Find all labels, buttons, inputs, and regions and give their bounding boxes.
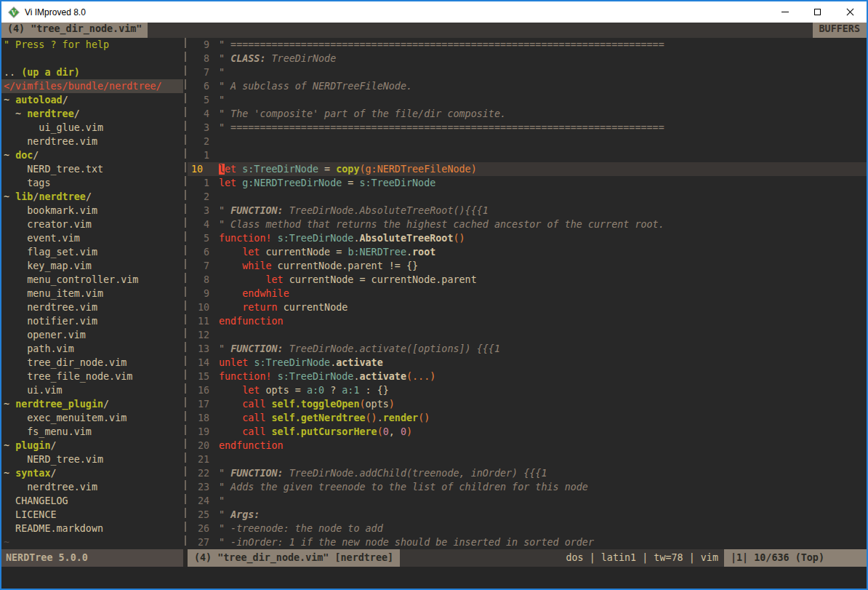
code-row[interactable]: 5function! s:TreeDirNode.AbsoluteTreeRoo… — [188, 231, 867, 245]
code-row[interactable]: 3" FUNCTION: TreeDirNode.AbsoluteTreeRoo… — [188, 204, 867, 218]
code-segment: call — [242, 399, 265, 410]
tree-row[interactable]: menu_controller.vim — [1, 273, 183, 287]
maximize-button[interactable] — [801, 1, 834, 23]
code-row[interactable]: 11endfunction — [188, 314, 867, 328]
code-row[interactable]: 26" -treenode: the node to add — [188, 522, 867, 535]
code-row[interactable]: 27" -inOrder: 1 if the new node should b… — [188, 535, 867, 549]
code-row[interactable]: 7 while currentNode.parent != {} — [188, 259, 867, 273]
code-row[interactable]: 4" Class method that returns the highest… — [188, 218, 867, 231]
code-row[interactable]: 25" Args: — [188, 508, 867, 522]
tree-row[interactable]: ~ plugin/ — [1, 439, 183, 453]
code-row[interactable]: 7" — [188, 65, 867, 79]
code-segment: FUNCTION: — [230, 205, 289, 216]
tab-tree-dir-node[interactable]: (4) "tree_dir_node.vim" — [1, 23, 148, 38]
tree-row[interactable]: ui.vim — [1, 383, 183, 397]
tree-row[interactable]: notifier.vim — [1, 314, 183, 328]
vim-content: " Press ? for help.. (up a dir)</vimfile… — [1, 38, 867, 549]
tree-row[interactable]: tree_file_node.vim — [1, 370, 183, 383]
tree-row[interactable]: README.markdown — [1, 522, 183, 535]
tree-row[interactable]: tags — [1, 176, 183, 190]
code-row[interactable]: 22" FUNCTION: TreeDirNode.addChild(treen… — [188, 466, 867, 480]
code-row[interactable]: 2 — [188, 190, 867, 204]
code-row[interactable]: 4" The 'composite' part of the file/dir … — [188, 107, 867, 121]
code-row[interactable]: 14unlet s:TreeDirNode.activate — [188, 356, 867, 370]
code-segment: " — [219, 53, 230, 64]
code-row[interactable]: 8 let currentNode = currentNode.parent — [188, 273, 867, 287]
code-segment — [272, 371, 278, 382]
tree-row[interactable]: </vimfiles/bundle/nerdtree/ — [1, 79, 183, 93]
code-row[interactable]: 9 endwhile — [188, 287, 867, 300]
code-row[interactable]: 1let g:NERDTreeDirNode = s:TreeDirNode — [188, 176, 867, 190]
code-segment: let — [219, 178, 236, 188]
tree-row[interactable]: opener.vim — [1, 328, 183, 342]
code-row[interactable]: 1 — [188, 148, 867, 162]
line-number: 3 — [188, 204, 209, 218]
tree-row[interactable]: menu_item.vim — [1, 287, 183, 300]
tree-row[interactable]: tree_dir_node.vim — [1, 356, 183, 370]
tree-row[interactable]: bookmark.vim — [1, 204, 183, 218]
code-segment: () — [366, 412, 377, 423]
tree-row[interactable]: ui_glue.vim — [1, 121, 183, 135]
tree-row[interactable]: .. (up a dir) — [1, 65, 183, 79]
code-row[interactable]: 5" — [188, 93, 867, 107]
close-button[interactable] — [834, 1, 867, 23]
tree-row[interactable] — [1, 52, 183, 65]
tree-row[interactable]: nerdtree.vim — [1, 135, 183, 148]
tree-row[interactable]: " Press ? for help — [1, 38, 183, 52]
code-row[interactable]: 17 call self.toggleOpen(opts) — [188, 397, 867, 411]
code-row[interactable]: 20endfunction — [188, 439, 867, 453]
code-row[interactable]: 19 call self.putCursorHere(0, 0) — [188, 425, 867, 439]
code-segment: root — [412, 247, 435, 258]
code-segment — [219, 247, 242, 258]
code-segment: ~ — [4, 108, 27, 119]
code-segment: FUNCTION: — [230, 468, 289, 479]
tree-row[interactable]: ~ nerdtree/ — [1, 107, 183, 121]
line-number: 4 — [188, 107, 209, 121]
window-split-separator[interactable] — [183, 38, 188, 549]
code-row[interactable]: 23" Adds the given treenode to the list … — [188, 480, 867, 494]
code-row[interactable]: 15function! s:TreeDirNode.activate(...) — [188, 370, 867, 383]
code-row[interactable]: 9" =====================================… — [188, 38, 867, 52]
code-row[interactable]: 10 return currentNode — [188, 300, 867, 314]
code-row[interactable]: 6 let currentNode = b:NERDTree.root — [188, 245, 867, 259]
code-row[interactable]: 18 call self.getNerdtree().render() — [188, 411, 867, 425]
command-line[interactable] — [1, 567, 867, 589]
tree-row[interactable]: ~ lib/nerdtree/ — [1, 190, 183, 204]
tree-row[interactable]: fs_menu.vim — [1, 425, 183, 439]
tree-row[interactable]: ~ nerdtree_plugin/ — [1, 397, 183, 411]
tree-row[interactable]: event.vim — [1, 231, 183, 245]
code-segment: bookmark.vim — [4, 205, 97, 216]
tree-row[interactable]: ~ syntax/ — [1, 466, 183, 480]
code-segment: nerdtree.vim — [4, 136, 97, 147]
code-row[interactable]: 10let s:TreeDirNode = copy(g:NERDTreeFil… — [188, 162, 867, 176]
window-title: Vi IMproved 8.0 — [25, 7, 86, 17]
tree-row[interactable]: flag_set.vim — [1, 245, 183, 259]
code-row[interactable]: 2 — [188, 135, 867, 148]
tree-row[interactable]: NERD_tree.vim — [1, 453, 183, 466]
tree-row[interactable]: nerdtree.vim — [1, 300, 183, 314]
tree-row[interactable]: key_map.vim — [1, 259, 183, 273]
tree-row[interactable]: ~ doc/ — [1, 148, 183, 162]
tree-row[interactable]: CHANGELOG — [1, 494, 183, 508]
tree-row[interactable]: ~ — [1, 535, 183, 549]
tree-row[interactable]: nerdtree.vim — [1, 480, 183, 494]
code-segment: event.vim — [4, 233, 80, 244]
code-row[interactable]: 6" A subclass of NERDTreeFileNode. — [188, 79, 867, 93]
tree-row[interactable]: creator.vim — [1, 218, 183, 231]
tree-row[interactable]: LICENCE — [1, 508, 183, 522]
code-row[interactable]: 24" — [188, 494, 867, 508]
code-row[interactable]: 12 — [188, 328, 867, 342]
tree-row[interactable]: path.vim — [1, 342, 183, 356]
code-row[interactable]: 3" =====================================… — [188, 121, 867, 135]
line-number: 6 — [188, 79, 209, 93]
svg-text:V: V — [12, 9, 17, 16]
code-row[interactable]: 8" CLASS: TreeDirNode — [188, 52, 867, 65]
statusline-nerdtree-version: NERDTree 5.0.0 — [1, 549, 183, 567]
tree-row[interactable]: NERD_tree.txt — [1, 162, 183, 176]
code-row[interactable]: 21 — [188, 453, 867, 466]
minimize-button[interactable] — [768, 1, 801, 23]
code-row[interactable]: 13" FUNCTION: TreeDirNode.activate([opti… — [188, 342, 867, 356]
tree-row[interactable]: exec_menuitem.vim — [1, 411, 183, 425]
code-row[interactable]: 16 let opts = a:0 ? a:1 : {} — [188, 383, 867, 397]
tree-row[interactable]: ~ autoload/ — [1, 93, 183, 107]
